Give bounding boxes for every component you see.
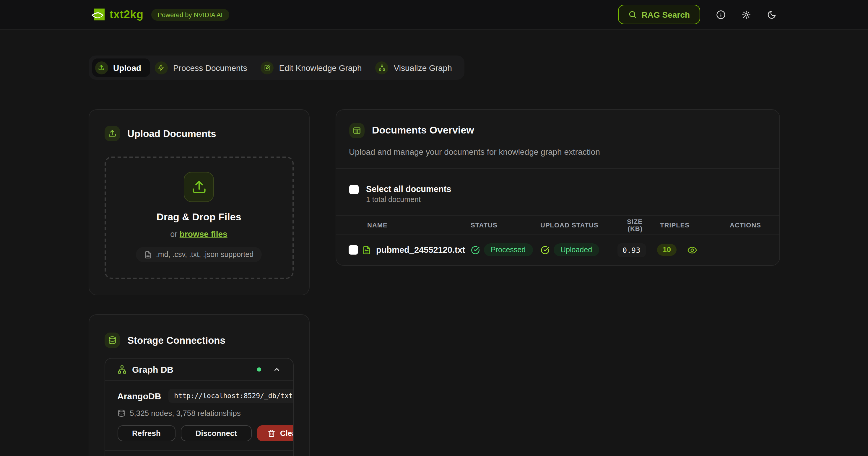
chevron-up-icon: [273, 366, 280, 373]
tab-label: Upload: [113, 63, 141, 72]
dropzone-title: Drag & Drop Files: [112, 211, 286, 223]
file-text-icon: [144, 251, 152, 258]
top-bar: txt2kg Powered by NVIDIA AI RAG Search: [0, 0, 868, 30]
nvidia-logo-icon: [91, 8, 104, 21]
upload-documents-panel: Upload Documents Drag & Drop Files or br…: [88, 109, 309, 295]
powered-by-badge: Powered by NVIDIA AI: [151, 8, 229, 21]
size-kb-value: 0.93: [617, 243, 646, 257]
status-badge: Processed: [484, 243, 533, 256]
moon-dark-mode-icon: [767, 10, 776, 19]
database-icon: [117, 409, 125, 417]
panel-title: Storage Connections: [127, 335, 225, 346]
panel-subtitle: Upload and manage your documents for kno…: [336, 147, 779, 157]
vector-db-section-toggle[interactable]: Vector DB: [105, 451, 293, 456]
column-header-name: NAME: [362, 221, 471, 228]
network-graph-icon: [117, 365, 126, 374]
network-graph-icon: [375, 61, 389, 74]
tab-visualize-graph[interactable]: Visualize Graph: [373, 59, 461, 77]
zap-icon: [155, 61, 168, 74]
file-text-icon: [362, 246, 371, 254]
brand: txt2kg Powered by NVIDIA AI: [91, 8, 229, 21]
or-text: or: [170, 230, 177, 239]
provider-name: ArangoDB: [117, 391, 161, 401]
upload-icon: [95, 61, 108, 74]
app-title: txt2kg: [110, 8, 143, 21]
tab-process-documents[interactable]: Process Documents: [152, 59, 256, 77]
upload-status-badge: Uploaded: [553, 243, 599, 256]
graph-stats: 5,325 nodes, 3,758 relationships: [130, 409, 241, 418]
tab-bar: Upload Process Documents Edit Knowledge …: [88, 56, 464, 80]
column-header-size: SIZE (KB): [617, 218, 643, 232]
theme-toggle-button[interactable]: [767, 10, 776, 19]
triples-count-badge: 10: [657, 244, 677, 256]
storage-connections-panel: Storage Connections Graph DB: [88, 314, 309, 456]
upload-icon: [184, 172, 214, 202]
upload-icon: [104, 126, 120, 141]
graph-db-section-toggle[interactable]: Graph DB: [105, 359, 293, 381]
edit-pencil-icon: [260, 61, 274, 74]
graph-db-label: Graph DB: [132, 364, 174, 374]
clear-label: Clear: [280, 429, 293, 438]
refresh-button[interactable]: Refresh: [117, 425, 176, 441]
tab-label: Process Documents: [173, 63, 247, 72]
connected-status-dot: [257, 367, 261, 371]
document-name: pubmed_24552120.txt: [376, 245, 465, 255]
total-documents-label: 1 total document: [366, 196, 452, 204]
eye-icon: [687, 245, 698, 255]
panel-title: Upload Documents: [127, 128, 216, 139]
column-header-status: STATUS: [471, 221, 540, 228]
select-all-checkbox[interactable]: [349, 185, 359, 194]
tab-label: Visualize Graph: [394, 63, 452, 72]
info-icon: [716, 10, 725, 19]
info-button[interactable]: [716, 10, 725, 19]
supported-formats-text: .md, .csv, .txt, .json supported: [156, 251, 253, 259]
search-icon: [628, 10, 637, 19]
check-circle-icon: [471, 246, 479, 254]
tab-upload[interactable]: Upload: [92, 59, 150, 77]
rag-search-label: RAG Search: [642, 10, 690, 19]
table-grid-icon: [349, 123, 364, 138]
select-all-label: Select all documents: [366, 184, 452, 194]
tab-edit-knowledge-graph[interactable]: Edit Knowledge Graph: [258, 59, 370, 77]
column-header-triples: TRIPLES: [643, 221, 719, 228]
column-header-actions: ACTIONS: [719, 221, 772, 228]
clear-button[interactable]: Clear: [257, 425, 293, 441]
top-actions: RAG Search: [618, 5, 776, 24]
database-icon: [104, 332, 120, 348]
file-dropzone[interactable]: Drag & Drop Files or browse files .md, .…: [104, 157, 293, 279]
row-checkbox[interactable]: [348, 245, 358, 255]
check-circle-icon: [540, 246, 549, 254]
panel-title: Documents Overview: [372, 125, 474, 136]
documents-overview-panel: Documents Overview Upload and manage you…: [335, 109, 780, 266]
main-content: Upload Process Documents Edit Knowledge …: [88, 30, 780, 456]
document-table-row[interactable]: pubmed_24552120.txt Processed Uploaded 0…: [336, 234, 779, 265]
graph-db-details: ArangoDB http://localhost:8529/_db/txt2k…: [105, 381, 293, 450]
rag-search-button[interactable]: RAG Search: [618, 5, 700, 24]
view-document-button[interactable]: [687, 245, 698, 255]
supported-formats-badge: .md, .csv, .txt, .json supported: [136, 247, 262, 262]
trash-icon: [268, 429, 275, 437]
connection-url: http://localhost:8529/_db/txt2kg: [168, 389, 293, 403]
settings-gear-icon: [741, 10, 751, 19]
tab-label: Edit Knowledge Graph: [279, 63, 362, 72]
column-header-upload-status: UPLOAD STATUS: [540, 221, 617, 228]
storage-connection-list: Graph DB ArangoDB http://localhos: [104, 358, 293, 456]
disconnect-button[interactable]: Disconnect: [181, 425, 252, 441]
table-header: NAME STATUS UPLOAD STATUS SIZE (KB) TRIP…: [336, 215, 779, 234]
browse-files-link[interactable]: browse files: [180, 229, 227, 239]
settings-button[interactable]: [741, 10, 751, 19]
app-root: txt2kg Powered by NVIDIA AI RAG Search: [0, 0, 868, 456]
